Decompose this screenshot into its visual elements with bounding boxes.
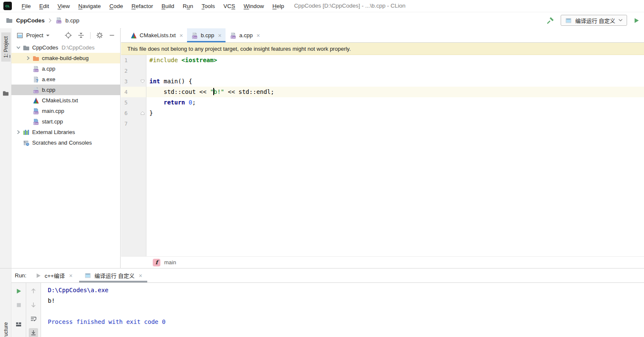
editor-tab-cmakelists-txt[interactable]: CMakeLists.txt× xyxy=(126,28,187,42)
breadcrumb-file[interactable]: b.cpp xyxy=(66,17,80,24)
close-tab-icon[interactable]: × xyxy=(69,273,72,279)
tree-chevron-icon[interactable] xyxy=(14,130,22,134)
code-text[interactable] xyxy=(146,118,644,129)
menu-refactor[interactable]: Refactor xyxy=(127,3,157,9)
menu-build[interactable]: Build xyxy=(157,3,179,9)
window-title: CppCodes [D:\CppCodes] - ...\b.cpp - CLi… xyxy=(294,0,405,12)
code-editor[interactable]: 1#include <iostream>23int main() {4 std:… xyxy=(121,55,644,256)
run-panel-body: D:\CppCodes\a.exeb! Process finished wit… xyxy=(11,282,644,337)
menu-edit[interactable]: Edit xyxy=(35,3,53,9)
code-line-5[interactable]: 5 return 0; xyxy=(121,97,644,108)
tree-item-cmakelists-txt[interactable]: CMakeLists.txt xyxy=(11,95,120,106)
hide-panel-button[interactable] xyxy=(109,32,115,38)
editor-tab-a-cpp[interactable]: C++a.cpp× xyxy=(226,28,264,42)
code-text[interactable]: return 0; xyxy=(146,97,644,108)
menu-file[interactable]: File xyxy=(17,3,35,9)
collapse-all-button[interactable] xyxy=(77,32,85,39)
tree-item-scratches-and-consoles[interactable]: Scratches and Consoles xyxy=(11,137,120,148)
cppgray-icon: C++ xyxy=(230,32,237,39)
tree-item-start-cpp[interactable]: C++start.cpp xyxy=(11,116,120,127)
tool-window-tab-project[interactable]: 1: Project xyxy=(1,33,11,62)
project-panel-header: Project xyxy=(11,28,120,42)
breadcrumb-function-name[interactable]: main xyxy=(164,259,176,266)
menu-code[interactable]: Code xyxy=(105,3,127,9)
close-tab-icon[interactable]: × xyxy=(256,33,260,38)
project-panel: Project CppCodesD:\CppCodescmake-build-d… xyxy=(11,28,121,268)
chevron-right-icon xyxy=(48,18,52,23)
tree-item-b-cpp[interactable]: C++b.cpp xyxy=(11,85,120,95)
settings-gear-button[interactable] xyxy=(96,32,103,39)
tree-chevron-icon[interactable] xyxy=(24,56,32,60)
tree-item-cmake-build-debug[interactable]: cmake-build-debug xyxy=(11,53,120,63)
line-number[interactable]: 1 xyxy=(121,55,146,66)
menu-vcs[interactable]: VCS xyxy=(219,3,239,9)
tree-item-label: CMakeLists.txt xyxy=(42,97,78,104)
tree-item-external-libraries[interactable]: External Libraries xyxy=(11,127,120,137)
navigation-toolbar: CppCodes C++ b.cpp 编译运行 自定义 xyxy=(0,12,644,29)
menu-navigate[interactable]: Navigate xyxy=(74,3,105,9)
code-line-1[interactable]: 1#include <iostream> xyxy=(121,55,644,66)
editor-tab-bar: CMakeLists.txt×C++b.cpp×C++a.cpp× xyxy=(121,28,644,43)
code-text[interactable]: std::cout << "b!" << std::endl; xyxy=(146,87,644,97)
close-tab-icon[interactable]: × xyxy=(179,33,183,38)
line-number[interactable]: 3 xyxy=(121,76,146,87)
build-button[interactable] xyxy=(546,16,554,25)
code-line-2[interactable]: 2 xyxy=(121,66,644,76)
code-line-4[interactable]: 4 std::cout << "b!" << std::endl; xyxy=(121,87,644,97)
code-text[interactable]: int main() { xyxy=(146,76,644,87)
tool-window-bar-left: 1: Project 7: Structure xyxy=(0,28,11,337)
rerun-button[interactable] xyxy=(14,286,23,296)
line-number[interactable]: 2 xyxy=(121,66,146,76)
menu-tools[interactable]: Tools xyxy=(198,3,220,9)
line-number[interactable]: 7 xyxy=(121,118,146,129)
tree-chevron-icon[interactable] xyxy=(14,45,22,50)
tree-item-a-cpp[interactable]: C++a.cpp xyxy=(11,63,120,74)
tree-item-cppcodes[interactable]: CppCodesD:\CppCodes xyxy=(11,42,120,53)
close-tab-icon[interactable]: × xyxy=(218,33,221,38)
breadcrumb-project[interactable]: CppCodes xyxy=(16,17,45,24)
scroll-to-end-button[interactable] xyxy=(29,328,38,337)
code-text[interactable]: #include <iostream> xyxy=(146,55,644,66)
run-tab-c-编译[interactable]: c++编译× xyxy=(30,269,77,282)
restore-layout-button[interactable] xyxy=(14,320,23,329)
folderorange-icon xyxy=(32,55,40,62)
line-number[interactable]: 4 xyxy=(121,87,146,97)
clion-logo-icon: CL xyxy=(3,2,12,10)
console-line: D:\CppCodes\a.exe xyxy=(48,285,644,296)
tree-item-a-exe[interactable]: ?a.exe xyxy=(11,74,120,85)
down-stack-trace-button[interactable] xyxy=(29,300,38,310)
run-tab-编译运行-自定义[interactable]: 编译运行 自定义× xyxy=(79,269,147,282)
project-stripe-folder-icon[interactable] xyxy=(3,90,9,98)
line-number[interactable]: 5 xyxy=(121,97,146,108)
stop-button[interactable] xyxy=(14,300,23,310)
run-console-output[interactable]: D:\CppCodes\a.exeb! Process finished wit… xyxy=(41,283,644,337)
locate-file-button[interactable] xyxy=(65,32,72,39)
up-stack-trace-button[interactable] xyxy=(29,286,38,296)
code-line-3[interactable]: 3int main() { xyxy=(121,76,644,87)
code-text[interactable] xyxy=(146,66,644,76)
code-text[interactable]: } xyxy=(146,108,644,118)
tool-window-tab-structure[interactable]: 7: Structure xyxy=(1,318,11,337)
cppgray-icon: C++ xyxy=(32,87,40,93)
editor-tab-b-cpp[interactable]: C++b.cpp× xyxy=(187,28,226,42)
tree-item-label: main.cpp xyxy=(42,108,64,114)
close-tab-icon[interactable]: × xyxy=(139,273,142,279)
run-button[interactable] xyxy=(633,17,640,24)
soft-wrap-button[interactable] xyxy=(29,314,38,323)
code-line-6[interactable]: 6} xyxy=(121,108,644,118)
cmake-icon xyxy=(130,32,137,39)
line-number[interactable]: 6 xyxy=(121,108,146,118)
editor-tab-label: a.cpp xyxy=(239,32,253,38)
project-tree: CppCodesD:\CppCodescmake-build-debugC++a… xyxy=(11,42,120,148)
run-panel-label: Run: xyxy=(11,272,30,279)
run-config-selector[interactable]: 编译运行 自定义 xyxy=(561,15,627,26)
tree-item-main-cpp[interactable]: C++main.cpp xyxy=(11,106,120,116)
menu-run[interactable]: Run xyxy=(179,3,198,9)
menu-view[interactable]: View xyxy=(53,3,74,9)
menu-help[interactable]: Help xyxy=(268,3,289,9)
toolbar-run-group: 编译运行 自定义 xyxy=(546,15,644,26)
menu-window[interactable]: Window xyxy=(239,3,268,9)
project-panel-title[interactable]: Project xyxy=(26,32,43,38)
code-line-7[interactable]: 7 xyxy=(121,118,644,129)
code-filler[interactable] xyxy=(121,129,644,256)
